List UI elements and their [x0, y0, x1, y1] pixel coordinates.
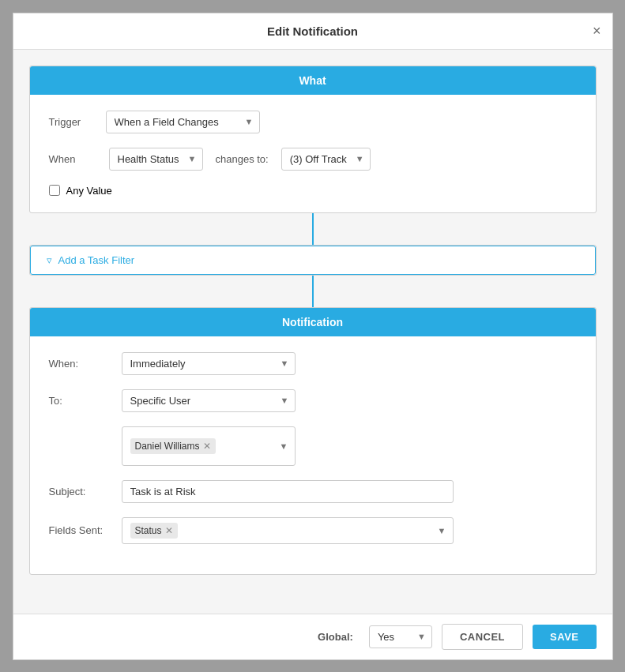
changes-to-label: changes to:: [216, 153, 269, 165]
close-button[interactable]: ×: [593, 24, 601, 38]
changes-to-select-wrapper: (1) On Track (2) At Risk (3) Off Track ▼: [281, 148, 371, 171]
add-task-filter-button[interactable]: ▿ Add a Task Filter: [30, 246, 596, 275]
notification-section-body: When: Immediately Daily Digest Weekly Di…: [30, 336, 596, 574]
fields-sent-arrow: ▼: [438, 526, 446, 535]
filter-section: ▿ Add a Task Filter: [29, 245, 597, 276]
notif-when-select[interactable]: Immediately Daily Digest Weekly Digest: [122, 352, 296, 375]
notif-when-select-wrapper: Immediately Daily Digest Weekly Digest ▼: [122, 352, 296, 375]
subject-row: Subject:: [49, 480, 577, 503]
modal-footer: Global: Yes No ▼ CANCEL SAVE: [13, 614, 612, 659]
save-button[interactable]: SAVE: [533, 625, 596, 649]
notif-to-select[interactable]: Specific User Task Assignee Task Creator: [122, 389, 296, 412]
modal-title: Edit Notification: [267, 24, 358, 38]
fields-sent-tag-remove[interactable]: ✕: [165, 525, 173, 536]
filter-icon: ▿: [47, 254, 52, 266]
fields-sent-row: Fields Sent: Status ✕ ▼: [49, 517, 577, 544]
notif-to-select-wrapper: Specific User Task Assignee Task Creator…: [122, 389, 296, 412]
trigger-label: Trigger: [49, 116, 96, 128]
filter-button-label: Add a Task Filter: [58, 254, 135, 266]
what-section-body: Trigger When a Field Changes When a Task…: [30, 95, 596, 212]
subject-label: Subject:: [49, 486, 112, 497]
subject-input[interactable]: [122, 480, 454, 503]
modal-header: Edit Notification ×: [13, 13, 612, 50]
notif-to-row: To: Specific User Task Assignee Task Cre…: [49, 389, 577, 412]
notification-section-header: Notification: [30, 308, 596, 336]
connector-line-2: [312, 276, 314, 307]
trigger-row: Trigger When a Field Changes When a Task…: [49, 111, 577, 133]
user-tag: Daniel Williams ✕: [130, 438, 216, 454]
user-tag-label: Daniel Williams: [135, 441, 200, 452]
fields-sent-label: Fields Sent:: [49, 524, 112, 536]
notif-to-label: To:: [49, 395, 112, 407]
when-row: When Health Status Priority Assignee Due…: [49, 148, 577, 171]
notification-section: Notification When: Immediately Daily Dig…: [29, 307, 597, 575]
cancel-button[interactable]: CANCEL: [442, 624, 523, 650]
connector-1: [29, 213, 597, 245]
notif-when-row: When: Immediately Daily Digest Weekly Di…: [49, 352, 577, 375]
connector-line-1: [312, 213, 314, 245]
fields-sent-tag: Status ✕: [130, 523, 178, 539]
trigger-select[interactable]: When a Field Changes When a Task is Crea…: [106, 111, 260, 133]
what-section: What Trigger When a Field Changes When a…: [29, 66, 597, 213]
user-tag-row: Daniel Williams ✕ ▼: [122, 426, 577, 466]
fields-sent-tag-box[interactable]: Status ✕ ▼: [122, 517, 454, 544]
any-value-row: Any Value: [49, 185, 577, 197]
user-tag-box-arrow: ▼: [280, 441, 288, 451]
any-value-label: Any Value: [66, 185, 112, 197]
fields-sent-tag-label: Status: [135, 525, 162, 536]
trigger-select-wrapper: When a Field Changes When a Task is Crea…: [106, 111, 260, 133]
when-field-select-wrapper: Health Status Priority Assignee Due Date…: [109, 148, 203, 171]
user-tag-box[interactable]: Daniel Williams ✕ ▼: [122, 426, 296, 466]
modal-body: What Trigger When a Field Changes When a…: [13, 50, 612, 614]
edit-notification-modal: Edit Notification × What Trigger When a …: [13, 13, 613, 660]
any-value-checkbox[interactable]: [49, 185, 60, 196]
what-section-header: What: [30, 66, 596, 95]
notif-when-label: When:: [49, 358, 112, 370]
connector-2: [29, 276, 597, 307]
when-field-select[interactable]: Health Status Priority Assignee Due Date: [109, 148, 203, 171]
global-select-wrapper: Yes No ▼: [369, 625, 432, 648]
user-tag-remove[interactable]: ✕: [203, 441, 211, 452]
when-label: When: [49, 153, 96, 165]
changes-to-select[interactable]: (1) On Track (2) At Risk (3) Off Track: [281, 148, 371, 171]
global-select[interactable]: Yes No: [369, 625, 432, 648]
global-label: Global:: [318, 631, 353, 643]
